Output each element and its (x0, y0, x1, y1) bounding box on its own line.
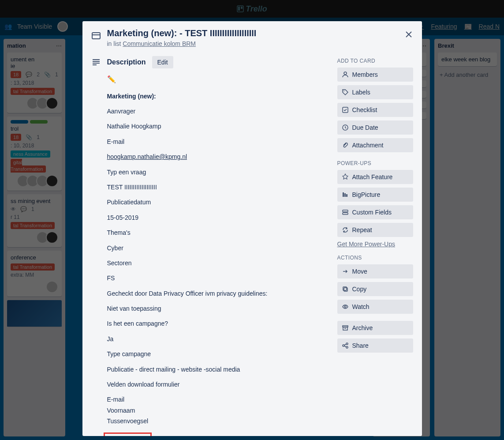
email-link[interactable]: hoogkamp.nathalie@kpmg.nl (107, 153, 187, 160)
description-content[interactable]: ✏️ Marketing (new): Aanvrager Nathalie H… (107, 74, 329, 436)
get-more-powerups-link[interactable]: Get More Power-Ups (337, 241, 413, 248)
svg-point-30 (346, 346, 348, 348)
description-header: Description Edit (91, 56, 329, 68)
svg-rect-5 (92, 33, 100, 39)
repeat-icon (342, 226, 349, 233)
attachment-icon (342, 142, 349, 149)
highlight-box: Opleverdatum 05-22-2019 (104, 432, 152, 436)
labels-button[interactable]: Labels (337, 85, 413, 99)
card-subtitle: in list Communicatie kolom BRM (107, 40, 257, 47)
description-icon (91, 57, 101, 67)
actions-label: ACTIONS (337, 255, 413, 261)
modal-sidebar: ADD TO CARD Members Labels Checklist Due… (337, 56, 413, 436)
attachment-button[interactable]: Attachment (337, 138, 413, 152)
copy-button[interactable]: Copy (337, 282, 413, 296)
svg-point-13 (344, 72, 347, 75)
edit-button[interactable]: Edit (152, 56, 173, 68)
feature-icon (342, 173, 349, 181)
description-label: Description (107, 58, 146, 66)
svg-rect-23 (344, 288, 347, 291)
attach-feature-button[interactable]: Attach Feature (337, 170, 413, 184)
due-date-button[interactable]: Due Date (337, 120, 413, 135)
card-title[interactable]: Marketing (new): - TEST IIIIIIIIIIIIIIII… (107, 28, 257, 38)
card-header: Marketing (new): - TEST IIIIIIIIIIIIIIII… (91, 28, 413, 47)
svg-rect-21 (343, 213, 348, 214)
power-ups-label: POWER-UPS (337, 160, 413, 166)
svg-line-32 (344, 346, 346, 347)
svg-point-29 (346, 343, 348, 345)
close-icon[interactable] (402, 27, 416, 41)
svg-line-31 (344, 344, 346, 345)
members-button[interactable]: Members (337, 68, 413, 82)
svg-point-14 (343, 90, 344, 91)
svg-point-28 (343, 345, 344, 346)
archive-button[interactable]: Archive (337, 321, 413, 335)
svg-point-24 (344, 306, 346, 308)
checklist-button[interactable]: Checklist (337, 103, 413, 117)
svg-rect-19 (346, 194, 347, 197)
members-icon (342, 71, 349, 78)
repeat-button[interactable]: Repeat (337, 223, 413, 237)
add-to-card-label: ADD TO CARD (337, 58, 413, 64)
custom-fields-icon (342, 209, 349, 216)
watch-button[interactable]: Watch (337, 300, 413, 314)
move-icon (342, 268, 349, 275)
share-button[interactable]: Share (337, 338, 413, 353)
svg-rect-17 (343, 192, 344, 197)
bigpicture-button[interactable]: BigPicture (337, 188, 413, 202)
svg-rect-22 (343, 287, 347, 290)
watch-icon (342, 303, 349, 310)
pencil-icon: ✏️ (107, 74, 116, 85)
svg-rect-18 (344, 193, 346, 197)
desc-heading: Marketing (new): (107, 93, 156, 100)
bigpicture-icon (342, 191, 349, 198)
labels-icon (342, 89, 349, 96)
svg-rect-20 (343, 210, 348, 212)
clock-icon (342, 124, 349, 131)
copy-icon (342, 286, 349, 293)
card-icon (91, 31, 101, 41)
modal-overlay[interactable]: Marketing (new): - TEST IIIIIIIIIIIIIIII… (0, 0, 504, 440)
move-button[interactable]: Move (337, 264, 413, 278)
card-modal: Marketing (new): - TEST IIIIIIIIIIIIIIII… (82, 21, 422, 436)
custom-fields-button[interactable]: Custom Fields (337, 205, 413, 219)
modal-main: Description Edit ✏️ Marketing (new): Aan… (91, 56, 329, 436)
share-icon (342, 342, 349, 349)
archive-icon (342, 324, 349, 331)
list-link[interactable]: Communicatie kolom BRM (123, 40, 196, 47)
checklist-icon (342, 106, 349, 113)
